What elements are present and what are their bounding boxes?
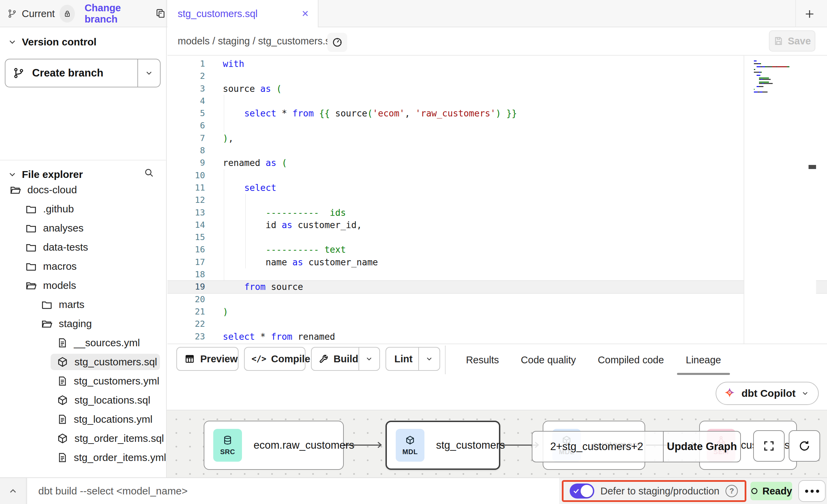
tree-item-stg_order_items.sql[interactable]: stg_order_items.sql bbox=[0, 429, 166, 448]
code-line-21[interactable]: 21) bbox=[167, 306, 827, 318]
create-branch-button[interactable]: Create branch bbox=[5, 59, 161, 87]
code-editor[interactable]: 1with23source as (45 select * from {{ so… bbox=[167, 56, 827, 344]
fullscreen-button[interactable] bbox=[753, 430, 785, 462]
tree-item-staging[interactable]: staging bbox=[0, 314, 166, 333]
more-options-button[interactable] bbox=[798, 480, 826, 502]
tab-compiled-code[interactable]: Compiled code bbox=[598, 345, 664, 375]
tree-item-docs-cloud[interactable]: docs-cloud bbox=[0, 180, 166, 199]
chevron-down-icon bbox=[8, 170, 17, 179]
folder-open-icon bbox=[10, 184, 21, 196]
version-control-header[interactable]: Version control bbox=[0, 27, 166, 48]
defer-toggle[interactable] bbox=[570, 484, 594, 499]
dbt-copilot-icon bbox=[723, 387, 736, 400]
branch-lock bbox=[59, 5, 75, 23]
build-button[interactable]: Build bbox=[311, 347, 380, 371]
tree-item-stg_customers.yml[interactable]: stg_customers.yml bbox=[0, 372, 166, 391]
status-badge[interactable]: Ready bbox=[750, 482, 792, 500]
help-icon[interactable]: ? bbox=[726, 485, 738, 497]
tree-item-analyses[interactable]: analyses bbox=[0, 219, 166, 238]
code-line-14[interactable]: 14 id as customer_id, bbox=[167, 219, 827, 231]
change-branch-link[interactable]: Change branch bbox=[84, 2, 147, 25]
minimap[interactable] bbox=[744, 56, 816, 344]
graph-selector-input[interactable]: 2+stg_customers+2 bbox=[532, 432, 663, 462]
close-tab-icon[interactable]: ✕ bbox=[301, 9, 309, 19]
code-line-11[interactable]: 11 select bbox=[167, 182, 827, 194]
code-line-19[interactable]: 19 from source bbox=[167, 281, 827, 293]
code-line-23[interactable]: 23select * from renamed bbox=[167, 331, 827, 343]
tree-item-macros[interactable]: macros bbox=[0, 257, 166, 276]
tree-item-data-tests[interactable]: data-tests bbox=[0, 238, 166, 257]
code-line-20[interactable]: 20 bbox=[167, 293, 827, 306]
dbt-copilot-button[interactable]: dbt Copilot bbox=[716, 382, 819, 405]
code-line-15[interactable]: 15 bbox=[167, 231, 827, 243]
code-line-5[interactable]: 5 select * from {{ source('ecom', 'raw_c… bbox=[167, 107, 827, 120]
code-line-3[interactable]: 3source as ( bbox=[167, 83, 827, 95]
tree-item-.github[interactable]: .github bbox=[0, 199, 166, 219]
performance-gauge-button[interactable] bbox=[327, 33, 347, 52]
lock-icon bbox=[63, 10, 71, 18]
code-line-6[interactable]: 6 bbox=[167, 120, 827, 132]
create-branch-dropdown[interactable] bbox=[137, 59, 160, 87]
tab-title: stg_customers.sql bbox=[178, 8, 258, 19]
create-branch-label: Create branch bbox=[32, 67, 103, 79]
file-explorer-header[interactable]: File explorer bbox=[0, 163, 166, 180]
code-line-12[interactable]: 12 bbox=[167, 194, 827, 206]
doc-icon bbox=[57, 414, 68, 425]
code-line-22[interactable]: 22 bbox=[167, 318, 827, 330]
tree-item-stg_locations.yml[interactable]: stg_locations.yml bbox=[0, 410, 166, 429]
lint-button[interactable]: Lint bbox=[385, 347, 440, 371]
scrollbar-thumb[interactable] bbox=[809, 165, 816, 169]
build-dropdown[interactable] bbox=[358, 348, 380, 370]
code-line-2[interactable]: 2 bbox=[167, 70, 827, 82]
chevron-down-icon bbox=[425, 355, 433, 363]
refresh-button[interactable] bbox=[789, 430, 820, 462]
code-line-8[interactable]: 8 bbox=[167, 144, 827, 157]
copy-branch-button[interactable] bbox=[155, 8, 166, 19]
code-line-1[interactable]: 1with bbox=[167, 58, 827, 70]
code-line-13[interactable]: 13 ---------- ids bbox=[167, 207, 827, 219]
defer-annotation-box: Defer to staging/production ? bbox=[562, 480, 746, 502]
lineage-node-ecom.raw_customers[interactable]: SRCecom.raw_customers bbox=[204, 421, 344, 470]
code-line-4[interactable]: 4 bbox=[167, 95, 827, 107]
folder-icon bbox=[41, 299, 53, 310]
tree-item-marts[interactable]: marts bbox=[0, 295, 166, 314]
save-label: Save bbox=[788, 36, 811, 47]
code-line-16[interactable]: 16 ---------- text bbox=[167, 243, 827, 256]
tree-item-models[interactable]: models bbox=[0, 276, 166, 295]
defer-label: Defer to staging/production bbox=[600, 486, 719, 497]
code-line-7[interactable]: 7), bbox=[167, 132, 827, 144]
graph-selector-bar: 2+stg_customers+2 Update Graph bbox=[532, 431, 741, 462]
collapse-panel-button[interactable] bbox=[0, 478, 27, 504]
preview-button[interactable]: Preview bbox=[176, 347, 239, 371]
command-input[interactable]: dbt build --select <model_name> bbox=[27, 478, 559, 504]
save-button[interactable]: Save bbox=[769, 30, 815, 52]
tab-results[interactable]: Results bbox=[466, 345, 499, 375]
gauge-icon bbox=[332, 37, 343, 48]
build-label: Build bbox=[334, 353, 358, 365]
tree-item-stg_order_items.yml[interactable]: stg_order_items.yml bbox=[0, 448, 166, 467]
tree-item-__sources.yml[interactable]: __sources.yml bbox=[0, 333, 166, 352]
tab-lineage[interactable]: Lineage bbox=[686, 345, 721, 375]
compile-label: Compile bbox=[271, 353, 310, 365]
code-line-18[interactable]: 18 bbox=[167, 268, 827, 281]
code-line-9[interactable]: 9renamed as ( bbox=[167, 157, 827, 169]
model-icon bbox=[405, 435, 415, 447]
new-tab-button[interactable] bbox=[800, 5, 819, 23]
lineage-node-stg_customers[interactable]: MDLstg_customers bbox=[385, 421, 500, 470]
tab-code-quality[interactable]: Code quality bbox=[521, 345, 576, 375]
code-line-17[interactable]: 17 name as customer_name bbox=[167, 256, 827, 268]
tree-item-stg_customers.sql[interactable]: stg_customers.sql bbox=[0, 352, 166, 372]
plus-icon bbox=[803, 8, 816, 20]
lint-label: Lint bbox=[394, 353, 412, 365]
lint-dropdown[interactable] bbox=[418, 348, 439, 370]
model-badge: MDL bbox=[396, 429, 424, 462]
file-search-button[interactable] bbox=[144, 167, 154, 178]
tab-stg-customers-sql[interactable]: stg_customers.sql ✕ bbox=[167, 0, 318, 27]
tree-item-stg_locations.sql[interactable]: stg_locations.sql bbox=[0, 391, 166, 410]
update-graph-button[interactable]: Update Graph bbox=[663, 432, 740, 462]
compile-button[interactable]: </> Compile bbox=[244, 347, 306, 371]
code-line-10[interactable]: 10 bbox=[167, 169, 827, 182]
doc-icon bbox=[57, 337, 68, 348]
folder-icon bbox=[25, 241, 37, 253]
lineage-panel[interactable]: SRCecom.raw_customersMDLstg_customersMDL… bbox=[167, 410, 827, 477]
